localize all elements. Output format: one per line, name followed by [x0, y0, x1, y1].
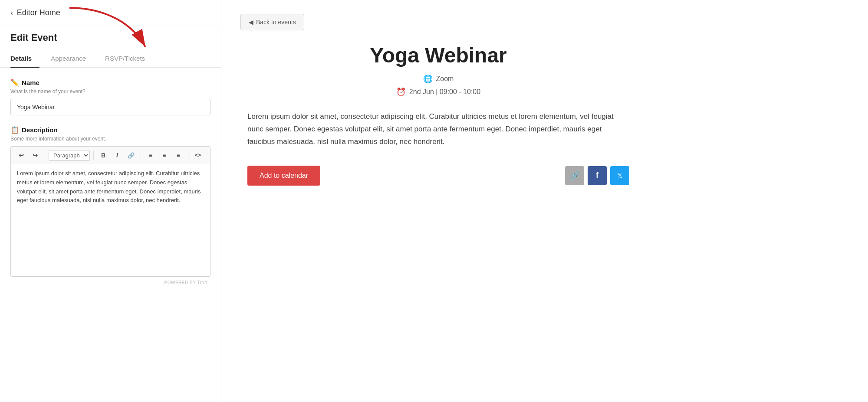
- undo-button[interactable]: ↩: [15, 149, 27, 161]
- globe-icon: 🌐: [423, 74, 433, 84]
- twitter-share-button[interactable]: 𝕏: [610, 166, 629, 185]
- italic-button[interactable]: I: [111, 149, 123, 161]
- toolbar-divider-1: [45, 151, 45, 160]
- editor-home-link[interactable]: ‹ Editor Home: [0, 0, 221, 26]
- toolbar-divider-4: [188, 151, 188, 160]
- toolbar-divider-3: [141, 151, 141, 160]
- left-panel-inner: ‹ Editor Home Edit Event Details Appeara…: [0, 0, 221, 299]
- back-label: Back to events: [256, 19, 296, 26]
- description-field-section: 📋 Description Some more information abou…: [10, 126, 210, 288]
- left-panel: ‹ Editor Home Edit Event Details Appeara…: [0, 0, 221, 402]
- datetime-row: ⏰ 2nd Jun | 09:00 - 10:00: [396, 87, 480, 97]
- pencil-icon: ✏️: [10, 78, 19, 87]
- name-field-section: ✏️ Name What is the name of your event?: [10, 78, 210, 115]
- add-to-calendar-button[interactable]: Add to calendar: [247, 166, 320, 186]
- tab-appearance[interactable]: Appearance: [43, 50, 94, 67]
- back-chevron-icon: ◀: [249, 19, 253, 26]
- event-actions: Add to calendar 🔗 f 𝕏: [247, 166, 629, 186]
- paragraph-select[interactable]: Paragraph: [49, 150, 90, 161]
- bold-button[interactable]: B: [97, 149, 109, 161]
- description-field-label: 📋 Description: [10, 126, 210, 134]
- twitter-icon: 𝕏: [617, 172, 622, 180]
- tabs: Details Appearance RSVP/Tickets: [0, 50, 221, 68]
- link-button[interactable]: 🔗: [125, 149, 137, 161]
- align-center-button[interactable]: ≡: [158, 149, 171, 161]
- event-datetime: 2nd Jun | 09:00 - 10:00: [409, 88, 480, 96]
- redo-button[interactable]: ↪: [29, 149, 41, 161]
- event-description: Lorem ipsum dolor sit amet, consectetur …: [247, 111, 629, 148]
- panel-content: ✏️ Name What is the name of your event? …: [0, 68, 221, 288]
- venue-row: 🌐 Zoom: [423, 74, 454, 84]
- event-meta: 🌐 Zoom ⏰ 2nd Jun | 09:00 - 10:00: [247, 74, 629, 97]
- facebook-share-button[interactable]: f: [588, 166, 607, 185]
- event-title: Yoga Webinar: [247, 43, 629, 67]
- tab-rsvp[interactable]: RSVP/Tickets: [97, 50, 153, 67]
- tab-details[interactable]: Details: [10, 50, 39, 67]
- name-field-hint: What is the name of your event?: [10, 88, 210, 95]
- editor-home-label: Editor Home: [17, 8, 60, 17]
- powered-by-label: POWERED BY TINY: [10, 278, 210, 288]
- share-buttons: 🔗 f 𝕏: [565, 166, 629, 185]
- edit-event-title: Edit Event: [0, 26, 221, 43]
- align-left-button[interactable]: ≡: [145, 149, 157, 161]
- right-panel: ◀ Back to events Yoga Webinar 🌐 Zoom ⏰ 2…: [221, 0, 868, 402]
- back-to-events-button[interactable]: ◀ Back to events: [240, 14, 304, 30]
- description-textarea[interactable]: Lorem ipsum dolor sit amet, consectetur …: [10, 164, 210, 277]
- editor-toolbar: ↩ ↪ Paragraph B I 🔗 ≡ ≡ ≡ <>: [10, 146, 210, 164]
- notebook-icon: 📋: [10, 126, 19, 134]
- event-preview: Yoga Webinar 🌐 Zoom ⏰ 2nd Jun | 09:00 - …: [221, 30, 655, 212]
- description-field-hint: Some more information about your event.: [10, 136, 210, 142]
- copy-link-button[interactable]: 🔗: [565, 166, 584, 185]
- code-button[interactable]: <>: [192, 149, 204, 161]
- venue-name: Zoom: [436, 75, 454, 83]
- clock-icon: ⏰: [396, 87, 406, 97]
- link-icon: 🔗: [570, 171, 579, 180]
- chevron-left-icon: ‹: [10, 8, 13, 18]
- facebook-icon: f: [596, 171, 598, 180]
- name-field-label: ✏️ Name: [10, 78, 210, 87]
- toolbar-divider-2: [93, 151, 94, 160]
- name-input[interactable]: [10, 99, 210, 115]
- align-right-button[interactable]: ≡: [172, 149, 184, 161]
